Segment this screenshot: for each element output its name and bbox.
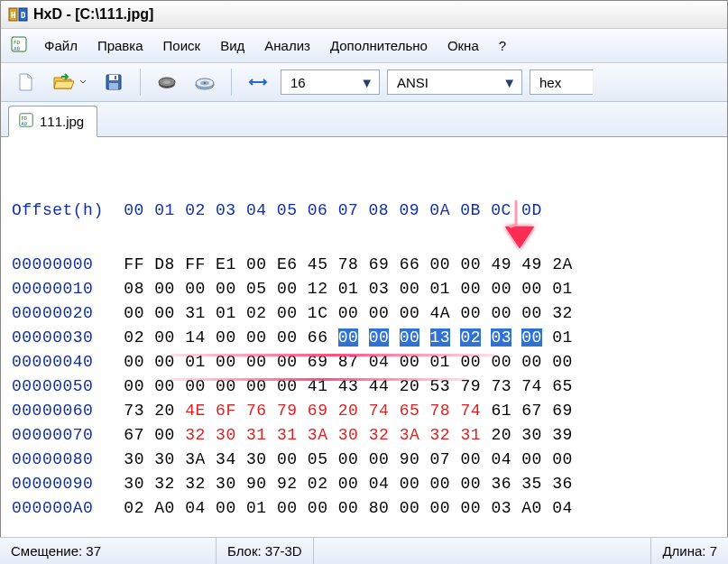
hex-byte[interactable]: 69 [308, 402, 328, 420]
bytes-per-row-combo[interactable]: 16 ▼ [281, 69, 380, 95]
menu-windows[interactable]: Окна [438, 34, 488, 57]
hex-byte[interactable]: 00 [400, 499, 420, 517]
hex-byte[interactable]: 12 [308, 280, 328, 298]
hex-byte[interactable]: 00 [400, 280, 420, 298]
hex-byte[interactable]: 00 [521, 280, 542, 298]
hex-byte[interactable]: 67 [124, 426, 144, 444]
hex-byte[interactable]: 01 [552, 280, 573, 298]
hex-byte[interactable]: 00 [216, 328, 236, 347]
hex-byte[interactable]: 00 [338, 450, 359, 468]
hex-byte[interactable]: 00 [308, 499, 328, 517]
hex-byte[interactable]: 00 [521, 353, 542, 371]
hex-byte[interactable]: 00 [154, 328, 175, 347]
hex-byte[interactable]: 31 [246, 426, 267, 444]
hex-byte[interactable]: 31 [185, 304, 206, 322]
hex-byte[interactable]: 00 [400, 304, 420, 322]
hex-byte[interactable]: 00 [277, 304, 298, 322]
hex-byte[interactable]: 00 [430, 475, 451, 493]
hex-byte[interactable]: 66 [308, 328, 328, 347]
base-combo[interactable]: hex [530, 69, 593, 95]
hex-row[interactable]: 00000020 00 00 31 01 02 00 1C 00 00 00 4… [12, 301, 716, 326]
hex-byte[interactable]: 66 [400, 255, 420, 273]
hex-byte[interactable]: 90 [400, 450, 420, 468]
hex-byte[interactable]: 32 [552, 304, 573, 322]
hex-byte[interactable]: 36 [491, 475, 511, 493]
hex-row[interactable]: 00000070 67 00 32 30 31 31 3A 30 32 3A 3… [12, 423, 716, 448]
hex-row[interactable]: 00000090 30 32 32 30 90 92 02 00 04 00 0… [12, 472, 716, 496]
hex-byte[interactable]: 08 [124, 280, 144, 298]
menu-view[interactable]: Вид [211, 34, 253, 57]
hex-byte[interactable]: 00 [277, 450, 298, 468]
hex-byte[interactable]: 00 [521, 304, 542, 322]
hex-byte[interactable]: 00 [154, 304, 175, 322]
width-icon[interactable] [243, 67, 273, 97]
hex-byte[interactable]: 30 [154, 450, 175, 468]
hex-byte[interactable]: 32 [185, 475, 206, 493]
hex-byte[interactable]: 00 [277, 280, 298, 298]
hex-byte[interactable]: 02 [124, 499, 144, 517]
hex-byte[interactable]: 03 [491, 328, 511, 347]
menu-edit[interactable]: Правка [88, 34, 152, 57]
menu-search[interactable]: Поиск [154, 34, 210, 57]
hex-byte[interactable]: 00 [521, 450, 542, 468]
hex-byte[interactable]: 3A [308, 426, 328, 444]
hex-byte[interactable]: 31 [460, 426, 481, 444]
hex-byte[interactable]: 07 [430, 450, 451, 468]
hex-byte[interactable]: 20 [338, 402, 359, 420]
hex-byte[interactable]: 00 [521, 328, 542, 347]
hex-row[interactable]: 00000000 FF D8 FF E1 00 E6 45 78 69 66 0… [12, 253, 716, 277]
hex-byte[interactable]: 00 [491, 304, 511, 322]
hex-byte[interactable]: D8 [154, 255, 175, 273]
hex-byte[interactable]: 00 [460, 475, 481, 493]
hex-byte[interactable]: 00 [216, 280, 236, 298]
hex-row[interactable]: 00000060 73 20 4E 6F 76 79 69 20 74 65 7… [12, 399, 716, 423]
hex-byte[interactable]: 76 [246, 402, 267, 420]
hex-byte[interactable]: 79 [277, 402, 298, 420]
hex-byte[interactable]: 20 [491, 426, 511, 444]
hex-byte[interactable]: FF [185, 255, 206, 273]
hex-byte[interactable]: 04 [491, 450, 511, 468]
hex-byte[interactable]: 13 [430, 328, 451, 347]
hex-byte[interactable]: 03 [369, 280, 390, 298]
hex-byte[interactable]: 00 [460, 255, 481, 273]
encoding-combo[interactable]: ANSI ▼ [387, 69, 522, 95]
new-file-button[interactable] [10, 67, 41, 97]
hex-byte[interactable]: 02 [308, 475, 328, 493]
hex-byte[interactable]: 00 [185, 280, 206, 298]
hex-byte[interactable]: 00 [246, 255, 267, 273]
hex-byte[interactable]: 05 [308, 450, 328, 468]
hex-byte[interactable]: 32 [369, 426, 390, 444]
hex-byte[interactable]: 04 [185, 499, 206, 517]
hex-byte[interactable]: 3A [400, 426, 420, 444]
hex-byte[interactable]: 14 [185, 328, 206, 347]
hex-row[interactable]: 00000030 02 00 14 00 00 00 66 00 00 00 1… [12, 326, 716, 350]
hex-byte[interactable]: 65 [552, 377, 573, 395]
hex-byte[interactable]: 73 [491, 377, 511, 395]
hex-byte[interactable]: 00 [400, 328, 420, 347]
hex-byte[interactable]: A0 [154, 499, 175, 517]
hex-byte[interactable]: 78 [338, 255, 359, 273]
hex-byte[interactable]: A0 [521, 499, 542, 517]
hex-byte[interactable]: 4A [430, 304, 451, 322]
hex-byte[interactable]: 00 [246, 328, 267, 347]
hex-byte[interactable]: E6 [277, 255, 298, 273]
hex-byte[interactable]: 01 [430, 280, 451, 298]
hex-byte[interactable]: 05 [246, 280, 267, 298]
hex-byte[interactable]: 61 [491, 402, 511, 420]
hex-byte[interactable]: 74 [521, 377, 542, 395]
hex-byte[interactable]: 00 [124, 304, 144, 322]
hex-byte[interactable]: 00 [277, 328, 298, 347]
save-button[interactable] [98, 67, 129, 97]
hex-byte[interactable]: 2A [552, 255, 573, 273]
hex-byte[interactable]: 49 [491, 255, 511, 273]
hex-byte[interactable]: 30 [246, 450, 267, 468]
hex-byte[interactable]: 4E [185, 402, 206, 420]
hex-byte[interactable]: 03 [491, 499, 511, 517]
hex-view[interactable]: Offset(h) 00 01 02 03 04 05 06 07 08 09 … [1, 137, 727, 528]
hex-byte[interactable]: 67 [521, 402, 542, 420]
hex-byte[interactable]: 32 [430, 426, 451, 444]
hex-byte[interactable]: 74 [369, 402, 390, 420]
hex-byte[interactable]: 80 [369, 499, 390, 517]
hex-byte[interactable]: 34 [216, 450, 236, 468]
hex-byte[interactable]: 45 [308, 255, 328, 273]
